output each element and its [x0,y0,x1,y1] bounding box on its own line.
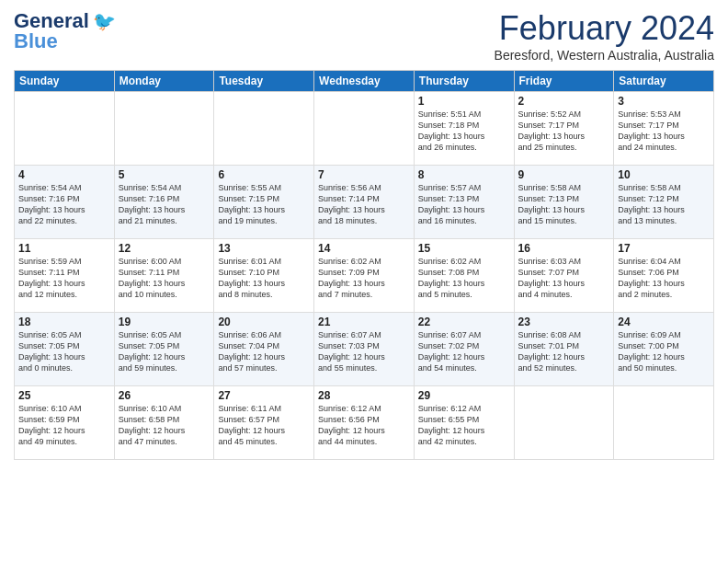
calendar-cell: 7Sunrise: 5:56 AM Sunset: 7:14 PM Daylig… [314,166,415,239]
header: General 🐦 Blue February 2024 Beresford, … [14,9,714,63]
day-number: 10 [618,168,710,181]
calendar-cell [514,386,614,460]
day-number: 28 [318,389,410,402]
cell-info: Sunrise: 5:58 AM Sunset: 7:12 PM Dayligh… [618,182,710,227]
day-number: 3 [618,95,710,108]
cell-info: Sunrise: 5:54 AM Sunset: 7:16 PM Dayligh… [18,182,110,227]
calendar-cell: 18Sunrise: 6:05 AM Sunset: 7:05 PM Dayli… [15,313,115,386]
day-header-thursday: Thursday [414,71,514,92]
cell-info: Sunrise: 5:58 AM Sunset: 7:13 PM Dayligh… [518,182,610,227]
cell-info: Sunrise: 6:07 AM Sunset: 7:02 PM Dayligh… [418,329,510,374]
calendar-cell: 23Sunrise: 6:08 AM Sunset: 7:01 PM Dayli… [514,313,614,386]
calendar-cell: 22Sunrise: 6:07 AM Sunset: 7:02 PM Dayli… [414,313,514,386]
calendar-cell [15,92,115,166]
week-row-4: 18Sunrise: 6:05 AM Sunset: 7:05 PM Dayli… [15,313,714,386]
cell-info: Sunrise: 6:07 AM Sunset: 7:03 PM Dayligh… [318,329,410,374]
calendar-cell: 19Sunrise: 6:05 AM Sunset: 7:05 PM Dayli… [114,313,214,386]
cell-info: Sunrise: 6:11 AM Sunset: 6:57 PM Dayligh… [218,403,310,448]
day-number: 7 [318,168,410,181]
day-number: 17 [618,242,710,255]
calendar-cell: 13Sunrise: 6:01 AM Sunset: 7:10 PM Dayli… [214,239,314,313]
day-number: 20 [218,316,310,328]
cell-info: Sunrise: 6:10 AM Sunset: 6:59 PM Dayligh… [18,403,110,448]
day-number: 13 [218,242,310,255]
days-header-row: SundayMondayTuesdayWednesdayThursdayFrid… [15,71,714,92]
day-number: 1 [418,95,510,108]
day-number: 4 [18,168,110,181]
calendar-cell: 3Sunrise: 5:53 AM Sunset: 7:17 PM Daylig… [614,92,714,166]
day-number: 6 [218,168,310,181]
day-header-wednesday: Wednesday [314,71,415,92]
cell-info: Sunrise: 6:02 AM Sunset: 7:09 PM Dayligh… [318,256,410,301]
day-number: 12 [119,242,210,255]
cell-info: Sunrise: 5:54 AM Sunset: 7:16 PM Dayligh… [119,182,210,227]
day-number: 26 [119,389,210,402]
calendar-cell: 9Sunrise: 5:58 AM Sunset: 7:13 PM Daylig… [514,166,614,239]
cell-info: Sunrise: 5:59 AM Sunset: 7:11 PM Dayligh… [18,256,110,301]
logo: General 🐦 Blue [14,9,116,53]
day-header-friday: Friday [514,71,614,92]
calendar-cell: 17Sunrise: 6:04 AM Sunset: 7:06 PM Dayli… [614,239,714,313]
week-row-1: 1Sunrise: 5:51 AM Sunset: 7:18 PM Daylig… [15,92,714,166]
cell-info: Sunrise: 6:02 AM Sunset: 7:08 PM Dayligh… [418,256,510,301]
calendar-cell: 6Sunrise: 5:55 AM Sunset: 7:15 PM Daylig… [214,166,314,239]
day-number: 23 [518,316,610,328]
calendar-cell: 12Sunrise: 6:00 AM Sunset: 7:11 PM Dayli… [114,239,214,313]
cell-info: Sunrise: 5:56 AM Sunset: 7:14 PM Dayligh… [318,182,410,227]
calendar-cell: 14Sunrise: 6:02 AM Sunset: 7:09 PM Dayli… [314,239,415,313]
calendar-cell: 4Sunrise: 5:54 AM Sunset: 7:16 PM Daylig… [15,166,115,239]
cell-info: Sunrise: 6:00 AM Sunset: 7:11 PM Dayligh… [119,256,210,301]
day-header-sunday: Sunday [15,71,115,92]
day-header-monday: Monday [114,71,214,92]
cell-info: Sunrise: 6:01 AM Sunset: 7:10 PM Dayligh… [218,256,310,301]
week-row-5: 25Sunrise: 6:10 AM Sunset: 6:59 PM Dayli… [15,386,714,460]
calendar-cell: 16Sunrise: 6:03 AM Sunset: 7:07 PM Dayli… [514,239,614,313]
calendar-cell: 27Sunrise: 6:11 AM Sunset: 6:57 PM Dayli… [214,386,314,460]
logo-text-blue: Blue [14,29,116,53]
day-number: 16 [518,242,610,255]
day-number: 18 [18,316,110,328]
calendar-cell: 24Sunrise: 6:09 AM Sunset: 7:00 PM Dayli… [614,313,714,386]
cell-info: Sunrise: 6:09 AM Sunset: 7:00 PM Dayligh… [618,329,710,374]
cell-info: Sunrise: 6:08 AM Sunset: 7:01 PM Dayligh… [518,329,610,374]
cell-info: Sunrise: 6:12 AM Sunset: 6:56 PM Dayligh… [318,403,410,448]
day-number: 15 [418,242,510,255]
cell-info: Sunrise: 6:06 AM Sunset: 7:04 PM Dayligh… [218,329,310,374]
day-number: 14 [318,242,410,255]
cell-info: Sunrise: 6:04 AM Sunset: 7:06 PM Dayligh… [618,256,710,301]
calendar-cell: 21Sunrise: 6:07 AM Sunset: 7:03 PM Dayli… [314,313,415,386]
cell-info: Sunrise: 5:51 AM Sunset: 7:18 PM Dayligh… [418,109,510,154]
day-number: 21 [318,316,410,328]
cell-info: Sunrise: 6:05 AM Sunset: 7:05 PM Dayligh… [18,329,110,374]
calendar-cell: 29Sunrise: 6:12 AM Sunset: 6:55 PM Dayli… [414,386,514,460]
calendar-cell: 11Sunrise: 5:59 AM Sunset: 7:11 PM Dayli… [15,239,115,313]
day-number: 2 [518,95,610,108]
day-number: 29 [418,389,510,402]
cell-info: Sunrise: 6:05 AM Sunset: 7:05 PM Dayligh… [119,329,210,374]
calendar-cell [114,92,214,166]
cell-info: Sunrise: 5:55 AM Sunset: 7:15 PM Dayligh… [218,182,310,227]
calendar-cell: 26Sunrise: 6:10 AM Sunset: 6:58 PM Dayli… [114,386,214,460]
day-number: 25 [18,389,110,402]
day-header-tuesday: Tuesday [214,71,314,92]
cell-info: Sunrise: 6:10 AM Sunset: 6:58 PM Dayligh… [119,403,210,448]
cell-info: Sunrise: 6:03 AM Sunset: 7:07 PM Dayligh… [518,256,610,301]
calendar-table: SundayMondayTuesdayWednesdayThursdayFrid… [14,70,714,460]
day-number: 19 [119,316,210,328]
week-row-2: 4Sunrise: 5:54 AM Sunset: 7:16 PM Daylig… [15,166,714,239]
week-row-3: 11Sunrise: 5:59 AM Sunset: 7:11 PM Dayli… [15,239,714,313]
calendar-cell: 15Sunrise: 6:02 AM Sunset: 7:08 PM Dayli… [414,239,514,313]
title-block: February 2024 Beresford, Western Austral… [495,9,714,63]
day-header-saturday: Saturday [614,71,714,92]
day-number: 8 [418,168,510,181]
calendar-cell [214,92,314,166]
day-number: 11 [18,242,110,255]
calendar-cell: 1Sunrise: 5:51 AM Sunset: 7:18 PM Daylig… [414,92,514,166]
cell-info: Sunrise: 5:53 AM Sunset: 7:17 PM Dayligh… [618,109,710,154]
page: General 🐦 Blue February 2024 Beresford, … [0,0,728,563]
day-number: 5 [119,168,210,181]
calendar-cell: 8Sunrise: 5:57 AM Sunset: 7:13 PM Daylig… [414,166,514,239]
calendar-cell: 5Sunrise: 5:54 AM Sunset: 7:16 PM Daylig… [114,166,214,239]
day-number: 9 [518,168,610,181]
calendar-cell [314,92,415,166]
